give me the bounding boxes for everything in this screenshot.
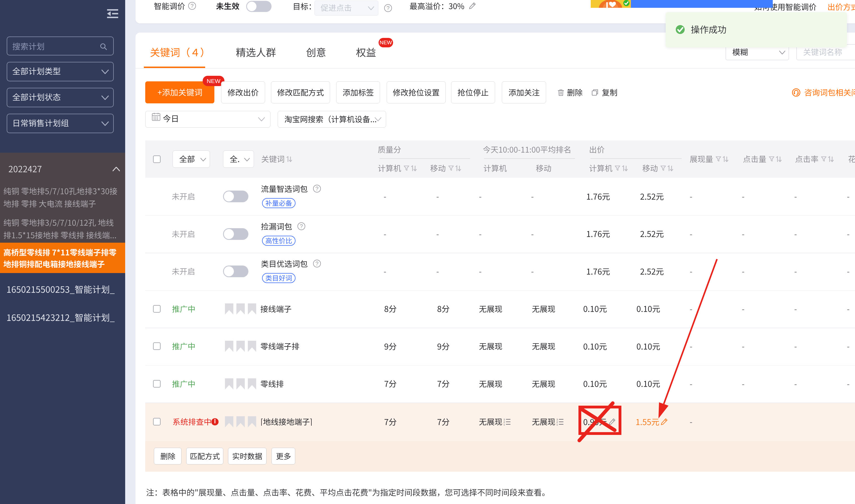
svg-text:1: 1 xyxy=(504,423,505,426)
svg-text:?: ? xyxy=(387,5,390,11)
svg-text:1: 1 xyxy=(556,423,558,426)
svg-text:?: ? xyxy=(316,185,319,192)
svg-text:?: ? xyxy=(316,260,319,267)
svg-text:?: ? xyxy=(300,223,303,229)
svg-text:?: ? xyxy=(191,3,194,9)
